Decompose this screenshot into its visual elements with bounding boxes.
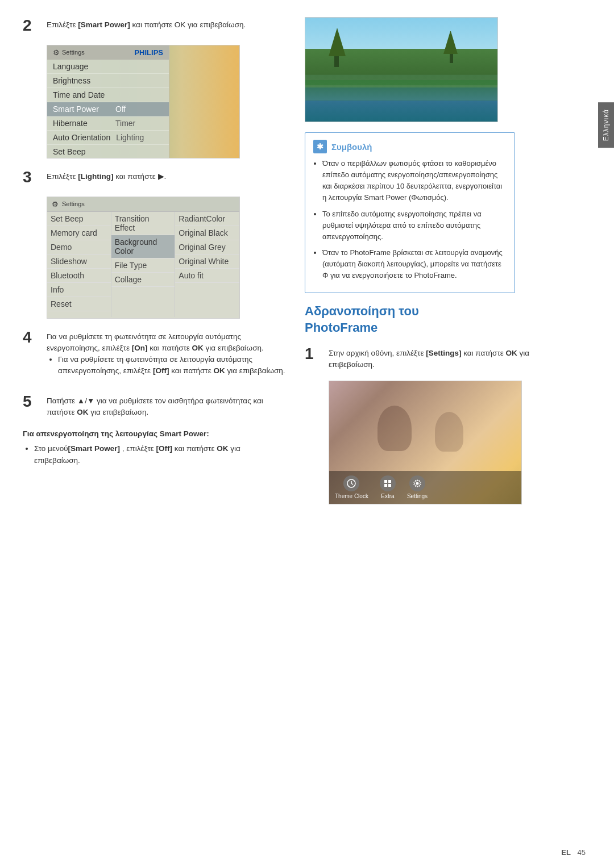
step-4-bullets: Για να ρυθμίσετε τη φωτεινότητα σε λειτο… <box>58 354 288 377</box>
section-heading-line2: PhotoFrame <box>305 320 377 335</box>
step1r-bold2: OK <box>506 349 517 357</box>
sp-bold2: [Off] <box>156 444 172 453</box>
tip-icon: ✱ <box>313 140 327 153</box>
mid-col-mid: Transition EffectBackground ColorFile Ty… <box>111 212 176 317</box>
step-2-bold: [Smart Power] <box>78 20 130 29</box>
svg-point-7 <box>416 482 418 485</box>
settings-header: ⚙ Settings PHILIPS <box>47 45 169 60</box>
nature-photo <box>305 17 498 122</box>
step-4-bullet-item: Για να ρυθμίσετε τη φωτεινότητα σε λειτο… <box>58 354 288 377</box>
step-4-bullet-text-after: και πατήστε <box>169 366 213 375</box>
sp-text-before: Στο μενού <box>34 444 68 453</box>
tip-list-item: Όταν το PhotoFrame βρίσκεται σε λειτουργ… <box>322 247 507 281</box>
mid-settings-title: Settings <box>62 201 85 207</box>
step-5-bold: OK <box>77 408 88 416</box>
settings-row: Brightness <box>47 74 169 88</box>
tip-header: ✱ Συμβουλή <box>313 140 507 153</box>
menu-item: Collage <box>111 273 175 287</box>
device-overlay: Theme Clock Extra <box>329 471 521 504</box>
menu-item: Original White <box>175 254 239 269</box>
step-1-right-text: Στην αρχική οθόνη, επιλέξτε [Settings] κ… <box>329 345 575 371</box>
svg-rect-3 <box>384 480 387 483</box>
svg-line-2 <box>351 483 353 485</box>
step-2: 2 Επιλέξτε [Smart Power] και πατήστε OK … <box>23 17 288 35</box>
settings-title: Settings <box>62 49 85 56</box>
section-heading: Αδρανοποίηση του PhotoFrame <box>305 303 575 336</box>
side-language-tab: Ελληνικά <box>598 102 614 148</box>
step-2-text: Επιλέξτε [Smart Power] και πατήστε OK γι… <box>47 17 246 31</box>
philips-logo: PHILIPS <box>134 48 163 57</box>
el-label: EL <box>561 848 571 857</box>
tip-list-item: Όταν ο περιβάλλων φωτισμός φτάσει το καθ… <box>322 158 507 204</box>
step-5-text: Πατήστε ▲/▼ για να ρυθμίσετε τον αισθητή… <box>47 393 288 419</box>
overlay-settings: Settings <box>407 475 428 499</box>
page-footer: EL 45 <box>561 848 586 857</box>
menu-item: RadiantColor <box>175 212 239 226</box>
smart-power-section: Για απενεργοποίηση της λειτουργίας Smart… <box>23 428 288 466</box>
settings-rows: LanguageBrightnessTime and DateSmart Pow… <box>47 60 169 158</box>
page-number: 45 <box>578 848 586 857</box>
tip-list-item: Το επίπεδο αυτόματης ενεργοποίησης πρέπε… <box>322 208 507 243</box>
device-settings-icon <box>409 475 425 491</box>
smart-power-bullets: Στο μενού[Smart Power] , επιλέξτε [Off] … <box>34 443 288 466</box>
extra-label: Extra <box>381 493 394 499</box>
step-2-text-after: και πατήστε OK για επιβεβαίωση. <box>130 20 246 29</box>
step-4: 4 Για να ρυθμίσετε τη φωτεινότητα σε λει… <box>23 329 288 383</box>
menu-item: Original Grey <box>175 240 239 254</box>
right-column: ✱ Συμβουλή Όταν ο περιβάλλων φωτισμός φτ… <box>299 17 575 851</box>
menu-item: File Type <box>111 258 175 273</box>
step1r-text-after: και πατήστε <box>461 349 505 357</box>
menu-item: Memory card <box>47 226 111 240</box>
menu-item: Auto fit <box>175 269 239 283</box>
theme-clock-label: Theme Clock <box>335 493 368 499</box>
step-4-bold2: OK <box>192 344 204 352</box>
overlay-extra: Extra <box>380 475 396 499</box>
menu-item: Original Black <box>175 226 239 240</box>
settings-row: Time and Date <box>47 88 169 102</box>
sp-bold1: [Smart Power] <box>68 444 121 453</box>
step-2-number: 2 <box>23 17 40 35</box>
step-4-bullet-text-end: για επιβεβαίωση. <box>225 366 285 375</box>
tip-list: Όταν ο περιβάλλων φωτισμός φτάσει το καθ… <box>322 158 507 281</box>
step-3-number: 3 <box>23 169 40 186</box>
step-4-text: Για να ρυθμίσετε τη φωτεινότητα σε λειτο… <box>47 329 288 383</box>
overlay-theme-clock: Theme Clock <box>335 475 368 499</box>
tip-star-symbol: ✱ <box>317 142 323 151</box>
menu-item: Info <box>47 283 111 297</box>
settings-row: Auto OrientationLighting <box>47 131 169 145</box>
sp-text2: , επιλέξτε <box>120 444 156 453</box>
smart-power-bullet: Στο μενού[Smart Power] , επιλέξτε [Off] … <box>34 443 288 466</box>
step-5-number: 5 <box>23 393 40 411</box>
tip-title: Συμβουλή <box>331 142 372 152</box>
smart-power-title: Για απενεργοποίηση της λειτουργίας Smart… <box>23 428 288 440</box>
sp-text3: και πατήστε <box>172 444 217 453</box>
step-3-bold: [Lighting] <box>78 172 113 181</box>
menu-item: Demo <box>47 240 111 254</box>
device-photo: Theme Clock Extra <box>329 381 521 504</box>
step-3: 3 Επιλέξτε [Lighting] και πατήστε ▶. <box>23 169 288 186</box>
sp-bold3: OK <box>217 444 228 453</box>
section-heading-line1: Αδρανοποίηση του <box>305 304 419 318</box>
settings-row: Language <box>47 60 169 74</box>
step-4-bold1: [On] <box>132 344 148 352</box>
step-3-text-after: και πατήστε ▶. <box>113 172 166 181</box>
settings-label: Settings <box>407 493 428 499</box>
step-4-bullet-bold1: [Off] <box>153 366 169 375</box>
tip-box: ✱ Συμβουλή Όταν ο περιβάλλων φωτισμός φτ… <box>305 132 515 293</box>
step-2-text-before: Επιλέξτε <box>47 20 78 29</box>
settings-screenshot-top: ⚙ Settings PHILIPS LanguageBrightnessTim… <box>47 45 240 158</box>
left-column: 2 Επιλέξτε [Smart Power] και πατήστε OK … <box>23 17 299 851</box>
mid-col-right: RadiantColorOriginal BlackOriginal GreyO… <box>175 212 239 317</box>
step-1-right: 1 Στην αρχική οθόνη, επιλέξτε [Settings]… <box>305 345 575 371</box>
menu-item: Transition Effect <box>111 212 175 235</box>
menu-item: Background Color <box>111 235 175 258</box>
device-screenshot: Theme Clock Extra <box>329 381 522 504</box>
step-3-text: Επιλέξτε [Lighting] και πατήστε ▶. <box>47 169 166 182</box>
step-3-text-before: Επιλέξτε <box>47 172 78 181</box>
settings-row: Smart PowerOff <box>47 102 169 116</box>
svg-rect-5 <box>384 484 387 487</box>
step-4-number: 4 <box>23 329 40 347</box>
theme-clock-icon <box>343 475 359 491</box>
step1r-text-before: Στην αρχική οθόνη, επιλέξτε <box>329 349 426 357</box>
menu-item: Set Beep <box>47 212 111 226</box>
